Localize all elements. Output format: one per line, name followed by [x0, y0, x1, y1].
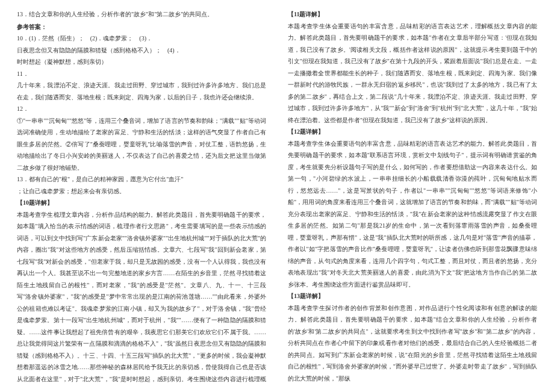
- answer-label: 参考答案：: [17, 21, 266, 33]
- right-column: 【11题详解】 本题考查学生体会重要语句的丰富含意，品味精彩的语言表达艺术，理解…: [288, 8, 537, 384]
- answer-12-label: 12．: [17, 103, 266, 115]
- explain-10-label: 【10题详解】: [17, 197, 266, 209]
- answer-10-line2: 日夜思念但又有隐隐的隔膜和猜疑（感到格格不入）； (4)．: [17, 45, 266, 57]
- answer-13-line2: ；让自己魂牵梦萦；想起来会有亲切感。: [17, 185, 266, 198]
- explain-10-body: 本题考查学生梳理文章内容，分析作品结构的能力。解答此类题目，首先要明确题干的要求…: [17, 209, 266, 384]
- explain-12-label: 【12题详解】: [288, 126, 537, 138]
- answer-10-line3: 时时想起（凝神默想，感到亲切）: [17, 56, 266, 68]
- answer-11-body: 几十年来，我漂泊不定、浪迹天涯。我走过田野、穿过城市，我到过许多许多地方。我们总…: [17, 79, 266, 103]
- answer-10-line1: 10．(1)．茫然（陌生）； (2)．魂牵梦萦； (3)．: [17, 33, 266, 45]
- explain-11-body: 本题考查学生体会重要语句的丰富含意，品味精彩的语言表达艺术，理解概括文章内容的能…: [288, 20, 537, 126]
- question-13: 13．结合文章和你的人生经验，分析作者的"故乡"和"第二故乡"的共同点。: [17, 8, 266, 20]
- answer-13-line1: 13．都有自己的"根"，是自己的精神家园，愿意为它付出"血汗": [17, 173, 266, 185]
- explain-11-label: 【11题详解】: [288, 8, 537, 20]
- explain-12-body: 本题考查学生体会重要语句的丰富含意，品味精彩的语言表达艺术的能力。解答此类题目，…: [288, 138, 537, 291]
- answer-12-body: ①"一串串""沉甸甸""悠悠"等，连用三个叠音词，增加了语言的节奏和韵味；"满载…: [17, 115, 266, 174]
- two-column-layout: 13．结合文章和你的人生经验，分析作者的"故乡"和"第二故乡"的共同点。 参考答…: [17, 8, 537, 384]
- explain-13-label: 【13题详解】: [288, 290, 537, 302]
- explain-13-body: 本题考查学生探讨作者的创作背景和创作意图，对作品进行个性化阅读和有创意的解读的能…: [288, 302, 537, 384]
- answer-11-label: 11．: [17, 68, 266, 80]
- left-column: 13．结合文章和你的人生经验，分析作者的"故乡"和"第二故乡"的共同点。 参考答…: [17, 8, 266, 384]
